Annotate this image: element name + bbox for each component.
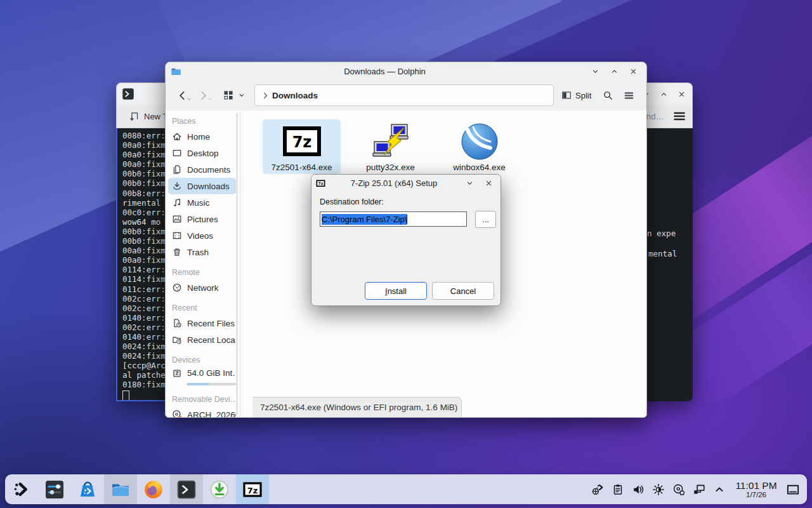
install-button[interactable]: Install: [365, 282, 427, 300]
device-notifier-tray-icon[interactable]: [672, 483, 685, 496]
desktop-icon: [172, 148, 182, 158]
file-name: winbox64.exe: [453, 163, 506, 172]
maximize-button[interactable]: [607, 65, 621, 77]
view-mode-button[interactable]: [223, 90, 234, 101]
taskbar-firefox[interactable]: [137, 474, 170, 504]
sidebar-item-label: Desktop: [187, 149, 219, 158]
file-item-7z2501-x64-exe[interactable]: 7z7z2501-x64.exe: [263, 119, 341, 174]
file-item-putty32x-exe[interactable]: putty32x.exe: [351, 119, 429, 174]
konsole-icon: [122, 88, 134, 100]
sidebar-item-arch-202601[interactable]: ARCH_202601: [168, 406, 236, 417]
svg-text:7z: 7z: [318, 181, 324, 185]
volume-tray-icon[interactable]: [632, 483, 645, 496]
sidebar-item-label: 54.0 GiB Int…: [187, 368, 236, 378]
sevenzip-app-icon: 7z: [242, 479, 263, 500]
back-button[interactable]: [177, 90, 188, 101]
sidebar-item-music[interactable]: Music: [168, 194, 236, 211]
sidebar-item-home[interactable]: Home: [168, 128, 236, 145]
sidebar-item-downloads[interactable]: Downloads: [168, 178, 236, 194]
browse-button[interactable]: ...: [475, 211, 496, 228]
file-name: 7z2501-x64.exe: [271, 163, 332, 172]
sidebar-item-label: Music: [187, 198, 209, 208]
settings-app-icon: [44, 479, 65, 500]
hamburger-menu-button[interactable]: [624, 90, 634, 101]
file-name: putty32x.exe: [366, 163, 415, 172]
trash-icon: [172, 247, 182, 257]
clock-time: 11:01 PM: [731, 480, 782, 491]
svg-text:7z: 7z: [292, 133, 311, 151]
network-tray-icon[interactable]: [693, 483, 705, 496]
taskbar-app-launcher[interactable]: [5, 474, 38, 504]
file-grid: 7z7z2501-x64.exeputty32x.exewinbox64.exe: [263, 119, 518, 174]
file-item-winbox64-exe[interactable]: winbox64.exe: [440, 119, 518, 174]
downloads-icon: [172, 181, 182, 191]
kde-launcher-icon: [13, 481, 30, 498]
sidebar-item-videos[interactable]: Videos: [168, 227, 236, 244]
digital-clock[interactable]: 11:01 PM 1/7/26: [731, 480, 782, 499]
putty-file-icon: [370, 121, 411, 162]
chevron-down-icon: [186, 96, 192, 102]
home-icon: [172, 131, 182, 142]
minimize-button[interactable]: [588, 65, 602, 77]
expand-tray-tray-icon[interactable]: [713, 483, 726, 496]
sidebar-item-recent-loca[interactable]: Recent Loca…: [168, 331, 236, 348]
taskbar-downloader[interactable]: [203, 474, 236, 504]
dolphin-toolbar: Downloads Split: [166, 80, 646, 110]
7zip-setup-dialog: 7z 7-Zip 25.01 (x64) Setup Destination f…: [311, 174, 501, 306]
breadcrumb[interactable]: Downloads: [272, 91, 318, 100]
documents-icon: [172, 164, 182, 175]
dolphin-titlebar[interactable]: Downloads — Dolphin: [166, 62, 646, 80]
konsole-app-icon: [176, 479, 197, 500]
show-desktop-button[interactable]: [785, 482, 801, 497]
dolphin-app-icon: [110, 479, 131, 500]
taskbar-7zip-setup[interactable]: 7z: [236, 474, 269, 504]
terminal-output-line: mental: [648, 249, 677, 258]
sidebar-item-recent-files[interactable]: Recent Files: [168, 315, 236, 331]
sidebar-item-documents[interactable]: Documents: [168, 161, 236, 178]
taskbar-discover[interactable]: [71, 474, 104, 504]
destination-path-input[interactable]: C:\Program Files\7-Zip\: [320, 211, 467, 227]
recent-locations-icon: [172, 335, 182, 345]
sidebar-item-label: Home: [187, 132, 210, 142]
dialog-title: 7-Zip 25.01 (x64) Setup: [325, 178, 462, 188]
brightness-tray-icon[interactable]: [652, 483, 665, 496]
tab-label[interactable]: nd…: [646, 112, 664, 121]
taskbar-konsole[interactable]: [170, 474, 203, 504]
videos-icon: [172, 231, 182, 241]
sidebar-item-network[interactable]: Network: [168, 279, 236, 296]
sidebar-item-54-0-gib-int[interactable]: 54.0 GiB Int…: [168, 367, 236, 387]
sidebar-section-header: Recent: [166, 301, 240, 315]
taskbar-dolphin[interactable]: [104, 474, 137, 504]
sidebar-item-label: ARCH_202601: [187, 410, 236, 418]
split-label: Split: [575, 91, 591, 100]
kde-connect-tray-icon[interactable]: [591, 483, 604, 496]
taskbar-system-settings[interactable]: [38, 474, 71, 504]
close-button[interactable]: [626, 65, 640, 77]
chevron-down-icon: [207, 96, 213, 102]
sidebar-section-header: Remote: [166, 265, 240, 279]
dialog-titlebar[interactable]: 7z 7-Zip 25.01 (x64) Setup: [311, 175, 501, 191]
status-tooltip: 7z2501-x64.exe (Windows or EFI program, …: [252, 397, 462, 417]
forward-button[interactable]: [198, 90, 209, 101]
sidebar-scrollbar[interactable]: [236, 113, 238, 415]
search-button[interactable]: [603, 90, 613, 101]
location-bar[interactable]: Downloads: [254, 84, 554, 106]
minimize-button[interactable]: [462, 177, 476, 189]
sidebar-section-header: Removable Devi…: [166, 392, 240, 406]
maximize-button[interactable]: [657, 88, 671, 100]
sidebar-item-trash[interactable]: Trash: [168, 244, 236, 260]
task-manager: 7z: [5, 474, 269, 504]
sidebar-item-desktop[interactable]: Desktop: [168, 145, 236, 161]
clipboard-tray-icon[interactable]: [612, 483, 624, 496]
split-icon: [561, 90, 572, 100]
cancel-button[interactable]: Cancel: [432, 282, 494, 300]
close-button[interactable]: [674, 88, 688, 100]
hamburger-menu-icon[interactable]: [672, 109, 686, 123]
breadcrumb-chevron-icon: [261, 91, 270, 100]
split-button[interactable]: Split: [561, 90, 591, 100]
sidebar-item-label: Videos: [187, 231, 213, 241]
discover-app-icon: [77, 479, 98, 500]
sidebar-item-pictures[interactable]: Pictures: [168, 211, 236, 227]
new-tab-icon: [129, 111, 140, 122]
close-button[interactable]: [481, 177, 495, 189]
